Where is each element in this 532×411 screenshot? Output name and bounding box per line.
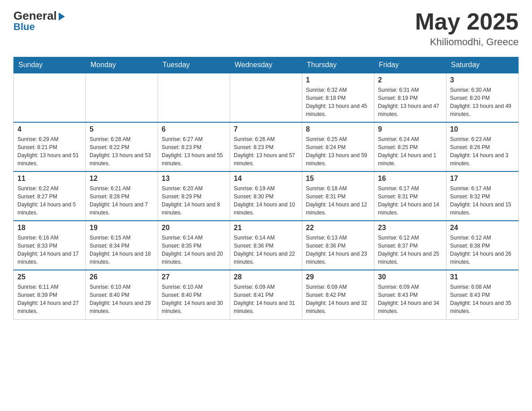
calendar-cell: 26Sunrise: 6:10 AM Sunset: 8:40 PM Dayli… — [86, 270, 158, 319]
day-info: Sunrise: 6:09 AM Sunset: 8:43 PM Dayligh… — [378, 283, 442, 315]
day-info: Sunrise: 6:14 AM Sunset: 8:35 PM Dayligh… — [162, 234, 226, 266]
day-info: Sunrise: 6:30 AM Sunset: 8:20 PM Dayligh… — [450, 86, 515, 118]
day-info: Sunrise: 6:17 AM Sunset: 8:31 PM Dayligh… — [378, 184, 442, 217]
day-number: 13 — [162, 175, 226, 183]
day-info: Sunrise: 6:10 AM Sunset: 8:40 PM Dayligh… — [162, 283, 226, 315]
calendar-cell: 12Sunrise: 6:21 AM Sunset: 8:28 PM Dayli… — [86, 171, 158, 221]
calendar-header-monday: Monday — [86, 57, 158, 73]
day-info: Sunrise: 6:24 AM Sunset: 8:25 PM Dayligh… — [378, 135, 442, 167]
calendar-cell: 23Sunrise: 6:12 AM Sunset: 8:37 PM Dayli… — [374, 221, 446, 270]
calendar-cell — [158, 73, 230, 122]
calendar-cell: 16Sunrise: 6:17 AM Sunset: 8:31 PM Dayli… — [374, 171, 446, 221]
day-number: 29 — [306, 273, 370, 281]
day-number: 26 — [90, 273, 154, 281]
calendar-cell: 20Sunrise: 6:14 AM Sunset: 8:35 PM Dayli… — [158, 221, 230, 270]
day-number: 22 — [306, 224, 370, 232]
day-number: 23 — [378, 224, 442, 232]
day-info: Sunrise: 6:20 AM Sunset: 8:29 PM Dayligh… — [162, 184, 226, 217]
calendar-week-row: 18Sunrise: 6:16 AM Sunset: 8:33 PM Dayli… — [14, 221, 519, 270]
day-info: Sunrise: 6:32 AM Sunset: 8:18 PM Dayligh… — [306, 86, 370, 118]
calendar-header-thursday: Thursday — [302, 57, 374, 73]
day-info: Sunrise: 6:27 AM Sunset: 8:23 PM Dayligh… — [162, 135, 226, 167]
day-info: Sunrise: 6:31 AM Sunset: 8:19 PM Dayligh… — [378, 86, 442, 118]
calendar-cell: 9Sunrise: 6:24 AM Sunset: 8:25 PM Daylig… — [374, 122, 446, 171]
day-info: Sunrise: 6:25 AM Sunset: 8:24 PM Dayligh… — [306, 135, 370, 167]
day-number: 6 — [162, 125, 226, 133]
calendar-cell: 8Sunrise: 6:25 AM Sunset: 8:24 PM Daylig… — [302, 122, 374, 171]
day-number: 25 — [17, 273, 82, 281]
day-number: 16 — [378, 175, 442, 183]
calendar-cell: 13Sunrise: 6:20 AM Sunset: 8:29 PM Dayli… — [158, 171, 230, 221]
calendar-cell: 22Sunrise: 6:13 AM Sunset: 8:36 PM Dayli… — [302, 221, 374, 270]
calendar-header-friday: Friday — [374, 57, 446, 73]
day-number: 27 — [162, 273, 226, 281]
day-info: Sunrise: 6:28 AM Sunset: 8:22 PM Dayligh… — [90, 135, 154, 167]
day-info: Sunrise: 6:09 AM Sunset: 8:42 PM Dayligh… — [306, 283, 370, 315]
day-number: 1 — [306, 76, 370, 84]
day-number: 21 — [234, 224, 298, 232]
day-info: Sunrise: 6:23 AM Sunset: 8:26 PM Dayligh… — [450, 135, 515, 167]
calendar-week-row: 1Sunrise: 6:32 AM Sunset: 8:18 PM Daylig… — [14, 73, 519, 122]
day-number: 30 — [378, 273, 442, 281]
day-info: Sunrise: 6:21 AM Sunset: 8:28 PM Dayligh… — [90, 184, 154, 217]
day-info: Sunrise: 6:17 AM Sunset: 8:32 PM Dayligh… — [450, 184, 515, 217]
calendar-header-sunday: Sunday — [14, 57, 86, 73]
day-number: 12 — [90, 175, 154, 183]
day-info: Sunrise: 6:18 AM Sunset: 8:31 PM Dayligh… — [306, 184, 370, 217]
calendar-cell: 11Sunrise: 6:22 AM Sunset: 8:27 PM Dayli… — [14, 171, 86, 221]
calendar-cell — [230, 73, 302, 122]
day-number: 11 — [17, 175, 82, 183]
day-number: 7 — [234, 125, 298, 133]
calendar-week-row: 11Sunrise: 6:22 AM Sunset: 8:27 PM Dayli… — [14, 171, 519, 221]
day-info: Sunrise: 6:19 AM Sunset: 8:30 PM Dayligh… — [234, 184, 298, 217]
day-number: 17 — [450, 175, 515, 183]
day-info: Sunrise: 6:15 AM Sunset: 8:34 PM Dayligh… — [90, 234, 154, 266]
title-block: May 2025 Khiliomodhi, Greece — [415, 9, 519, 48]
calendar-cell: 24Sunrise: 6:12 AM Sunset: 8:38 PM Dayli… — [446, 221, 519, 270]
day-number: 28 — [234, 273, 298, 281]
day-info: Sunrise: 6:09 AM Sunset: 8:41 PM Dayligh… — [234, 283, 298, 315]
day-info: Sunrise: 6:12 AM Sunset: 8:37 PM Dayligh… — [378, 234, 442, 266]
calendar-cell: 2Sunrise: 6:31 AM Sunset: 8:19 PM Daylig… — [374, 73, 446, 122]
month-year-title: May 2025 — [415, 9, 519, 34]
day-info: Sunrise: 6:12 AM Sunset: 8:38 PM Dayligh… — [450, 234, 515, 266]
day-info: Sunrise: 6:22 AM Sunset: 8:27 PM Dayligh… — [17, 184, 82, 217]
calendar-cell — [14, 73, 86, 122]
day-number: 20 — [162, 224, 226, 232]
calendar-cell: 4Sunrise: 6:29 AM Sunset: 8:21 PM Daylig… — [14, 122, 86, 171]
day-number: 18 — [17, 224, 82, 232]
calendar-cell: 19Sunrise: 6:15 AM Sunset: 8:34 PM Dayli… — [86, 221, 158, 270]
logo: General Blue — [13, 9, 65, 33]
page-header: General Blue May 2025 Khiliomodhi, Greec… — [13, 9, 519, 48]
calendar-cell: 1Sunrise: 6:32 AM Sunset: 8:18 PM Daylig… — [302, 73, 374, 122]
calendar-cell: 28Sunrise: 6:09 AM Sunset: 8:41 PM Dayli… — [230, 270, 302, 319]
calendar-cell — [86, 73, 158, 122]
day-number: 5 — [90, 125, 154, 133]
calendar-cell: 30Sunrise: 6:09 AM Sunset: 8:43 PM Dayli… — [374, 270, 446, 319]
calendar-cell: 6Sunrise: 6:27 AM Sunset: 8:23 PM Daylig… — [158, 122, 230, 171]
day-number: 24 — [450, 224, 515, 232]
calendar-week-row: 4Sunrise: 6:29 AM Sunset: 8:21 PM Daylig… — [14, 122, 519, 171]
day-number: 15 — [306, 175, 370, 183]
calendar-cell: 14Sunrise: 6:19 AM Sunset: 8:30 PM Dayli… — [230, 171, 302, 221]
calendar-cell: 31Sunrise: 6:08 AM Sunset: 8:43 PM Dayli… — [446, 270, 519, 319]
day-info: Sunrise: 6:26 AM Sunset: 8:23 PM Dayligh… — [234, 135, 298, 167]
calendar-cell: 18Sunrise: 6:16 AM Sunset: 8:33 PM Dayli… — [14, 221, 86, 270]
calendar-cell: 27Sunrise: 6:10 AM Sunset: 8:40 PM Dayli… — [158, 270, 230, 319]
calendar-cell: 3Sunrise: 6:30 AM Sunset: 8:20 PM Daylig… — [446, 73, 519, 122]
day-info: Sunrise: 6:11 AM Sunset: 8:39 PM Dayligh… — [17, 283, 82, 315]
day-number: 19 — [90, 224, 154, 232]
calendar-table: SundayMondayTuesdayWednesdayThursdayFrid… — [13, 57, 519, 320]
day-number: 10 — [450, 125, 515, 133]
day-number: 8 — [306, 125, 370, 133]
day-info: Sunrise: 6:13 AM Sunset: 8:36 PM Dayligh… — [306, 234, 370, 266]
day-info: Sunrise: 6:16 AM Sunset: 8:33 PM Dayligh… — [17, 234, 82, 266]
calendar-header-saturday: Saturday — [446, 57, 519, 73]
calendar-cell: 7Sunrise: 6:26 AM Sunset: 8:23 PM Daylig… — [230, 122, 302, 171]
location-label: Khiliomodhi, Greece — [415, 36, 519, 48]
calendar-cell: 29Sunrise: 6:09 AM Sunset: 8:42 PM Dayli… — [302, 270, 374, 319]
day-info: Sunrise: 6:29 AM Sunset: 8:21 PM Dayligh… — [17, 135, 82, 167]
calendar-cell: 10Sunrise: 6:23 AM Sunset: 8:26 PM Dayli… — [446, 122, 519, 171]
calendar-cell: 25Sunrise: 6:11 AM Sunset: 8:39 PM Dayli… — [14, 270, 86, 319]
day-info: Sunrise: 6:10 AM Sunset: 8:40 PM Dayligh… — [90, 283, 154, 315]
